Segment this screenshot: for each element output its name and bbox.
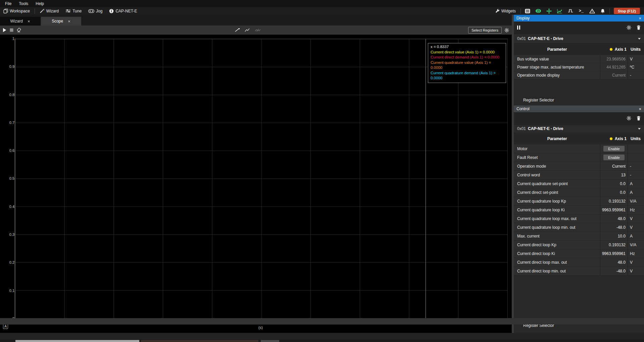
- y-tick: 0.1: [4, 289, 14, 293]
- fault-reset-enable-button[interactable]: Enable: [603, 155, 624, 160]
- close-icon[interactable]: ×: [639, 106, 641, 112]
- device-info-button[interactable]: CAP-NET-E: [106, 7, 140, 15]
- scope-chart-icon[interactable]: [554, 7, 565, 15]
- column-units: Units: [628, 136, 644, 141]
- status-strip: [0, 318, 644, 325]
- plot-grid[interactable]: x = 0.8337 Current direct value (Axis 1)…: [15, 39, 508, 318]
- param-value[interactable]: 0.0: [600, 179, 628, 188]
- single-signal-icon[interactable]: [235, 28, 240, 32]
- column-parameter: Parameter: [514, 136, 600, 141]
- watch-eye-icon[interactable]: [533, 7, 544, 15]
- table-row: Current quadrature loop max. out 48.0 V: [514, 214, 644, 223]
- param-value[interactable]: 10.0: [600, 232, 628, 240]
- menu-item-tools[interactable]: Tools: [16, 1, 31, 7]
- table-row: Max. current 10.0 A: [514, 232, 644, 241]
- param-value[interactable]: 0.193132: [600, 241, 628, 249]
- param-label: Current direct loop min. out: [514, 267, 600, 275]
- param-value[interactable]: -48.0: [600, 267, 628, 275]
- scope-gear-icon[interactable]: [504, 28, 509, 33]
- split-signal-disabled-icon[interactable]: [255, 28, 261, 32]
- warning-icon[interactable]: [587, 7, 597, 15]
- legend-entry: Current direct demand (Axis 1) = 0.0000: [431, 55, 503, 60]
- main-toolbar: Workspace Wizard Tune Jog CAP-NET-E: [0, 7, 644, 15]
- pause-icon[interactable]: [517, 26, 520, 30]
- play-icon[interactable]: [3, 28, 6, 32]
- stop-record-icon[interactable]: [10, 28, 13, 32]
- tab-wizard[interactable]: Wizard ×: [0, 17, 40, 26]
- chevron-down-icon: [638, 38, 641, 40]
- square-wave-icon[interactable]: [565, 7, 576, 15]
- y-tick: 0.4: [4, 205, 14, 209]
- menu-item-help[interactable]: Help: [33, 1, 47, 7]
- tab-close-icon[interactable]: ×: [68, 19, 70, 24]
- autoscale-toggle[interactable]: A: [3, 324, 8, 329]
- param-value[interactable]: Current: [600, 162, 628, 170]
- tune-label: Tune: [72, 9, 82, 13]
- table-row: Control word 13 -: [514, 171, 644, 179]
- param-value[interactable]: 0.0: [600, 188, 628, 197]
- column-parameter: Parameter: [514, 47, 600, 52]
- cursor-line[interactable]: [426, 39, 426, 318]
- param-label: Fault Reset: [514, 153, 600, 162]
- control-panel-header[interactable]: Control ×: [514, 105, 644, 112]
- legend-entry: Current quadrature demand (Axis 1) = 0.0…: [431, 71, 503, 81]
- trash-icon[interactable]: [637, 116, 641, 121]
- param-label: Control word: [514, 171, 600, 179]
- param-value: 44.921265: [600, 63, 628, 71]
- wizard-button[interactable]: Wizard: [36, 7, 62, 15]
- param-value[interactable]: -48.0: [600, 223, 628, 231]
- param-units: -: [628, 71, 644, 79]
- param-units: A: [628, 232, 644, 240]
- close-icon[interactable]: ×: [639, 16, 641, 21]
- y-tick: 0.8: [4, 93, 14, 97]
- param-units: [628, 153, 644, 162]
- param-label: Current quadrature loop max. out: [514, 214, 600, 223]
- tab-close-icon[interactable]: ×: [28, 19, 30, 24]
- motor-enable-button[interactable]: Enable: [603, 146, 624, 152]
- select-registers-button[interactable]: Select Registers: [468, 27, 502, 34]
- scope-toolbar: Select Registers: [0, 26, 512, 35]
- terminal-icon[interactable]: >_: [576, 7, 587, 15]
- tune-button[interactable]: Tune: [62, 7, 85, 15]
- right-panel: Display × 0x01 CAP-NET-E - Drive Paramet…: [514, 15, 644, 333]
- device-label: CAP-NET-E: [115, 9, 137, 13]
- multi-signal-icon[interactable]: [245, 28, 250, 32]
- gear-icon[interactable]: [627, 25, 631, 30]
- registers-table-icon[interactable]: [522, 7, 533, 15]
- param-label: Current quadrature loop Ki: [514, 206, 600, 214]
- control-device-selector[interactable]: 0x01 CAP-NET-E - Drive: [514, 124, 644, 133]
- y-tick: 0.9: [4, 65, 14, 69]
- param-value[interactable]: 9963.959961: [600, 249, 628, 258]
- param-value[interactable]: 13: [600, 171, 628, 179]
- tune-sliders-icon: [65, 9, 71, 13]
- table-row: Motor Enable: [514, 144, 644, 153]
- display-panel-header[interactable]: Display ×: [514, 15, 644, 22]
- param-label: Current direct loop Kp: [514, 241, 600, 249]
- jog-button[interactable]: Jog: [85, 7, 106, 15]
- tab-scope[interactable]: Scope ×: [41, 17, 81, 26]
- param-units: A: [628, 188, 644, 197]
- stop-button[interactable]: Stop (F12): [614, 8, 640, 14]
- scope-chart-area[interactable]: 1 0.9 0.8 0.7 0.6 0.5 0.4 0.3 0.2 0.1 0 …: [0, 35, 512, 333]
- table-row: Bus voltage value 23.968506 V: [514, 55, 644, 63]
- motion-move-icon[interactable]: [544, 7, 554, 15]
- eraser-icon[interactable]: [17, 28, 21, 32]
- tab-wizard-label: Wizard: [10, 19, 23, 24]
- display-device-selector[interactable]: 0x01 CAP-NET-E - Drive: [514, 34, 644, 44]
- param-value[interactable]: 48.0: [600, 258, 628, 266]
- param-value[interactable]: 0.193132: [600, 197, 628, 205]
- gear-icon[interactable]: [627, 116, 631, 121]
- axis-status-dot: [610, 48, 612, 51]
- trash-icon[interactable]: [637, 25, 641, 30]
- notifications-bell-icon[interactable]: [597, 7, 608, 15]
- table-row: Current direct loop Kp 0.193132 V/A: [514, 241, 644, 249]
- display-register-selector-link[interactable]: Register Selector: [514, 97, 644, 103]
- param-value[interactable]: 9963.959961: [600, 206, 628, 214]
- menu-item-file[interactable]: File: [2, 1, 14, 7]
- param-value[interactable]: 48.0: [600, 214, 628, 223]
- toolbar-separator: [35, 8, 35, 14]
- param-label: Current quadrature loop min. out: [514, 223, 600, 231]
- workspace-button[interactable]: Workspace: [0, 7, 33, 15]
- legend-entry: Current direct value (Axis 1) = 0.0000: [431, 50, 503, 55]
- widgets-button[interactable]: Widgets: [492, 9, 519, 13]
